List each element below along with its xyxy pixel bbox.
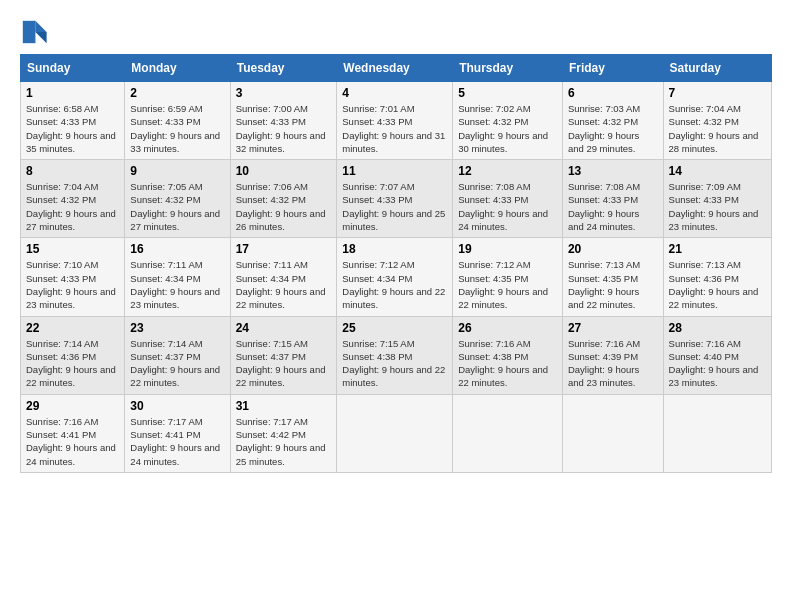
day-number: 25 xyxy=(342,321,447,335)
header-thursday: Thursday xyxy=(453,55,563,82)
day-cell: 2 Sunrise: 6:59 AMSunset: 4:33 PMDayligh… xyxy=(125,82,230,160)
day-number: 19 xyxy=(458,242,557,256)
day-info: Sunrise: 7:03 AMSunset: 4:32 PMDaylight:… xyxy=(568,102,658,155)
day-number: 26 xyxy=(458,321,557,335)
calendar-table: SundayMondayTuesdayWednesdayThursdayFrid… xyxy=(20,54,772,473)
header-friday: Friday xyxy=(562,55,663,82)
day-cell: 18 Sunrise: 7:12 AMSunset: 4:34 PMDaylig… xyxy=(337,238,453,316)
day-number: 15 xyxy=(26,242,119,256)
day-info: Sunrise: 7:07 AMSunset: 4:33 PMDaylight:… xyxy=(342,180,447,233)
day-info: Sunrise: 7:08 AMSunset: 4:33 PMDaylight:… xyxy=(568,180,658,233)
day-info: Sunrise: 7:08 AMSunset: 4:33 PMDaylight:… xyxy=(458,180,557,233)
day-number: 6 xyxy=(568,86,658,100)
day-number: 3 xyxy=(236,86,332,100)
day-info: Sunrise: 7:09 AMSunset: 4:33 PMDaylight:… xyxy=(669,180,766,233)
day-cell: 12 Sunrise: 7:08 AMSunset: 4:33 PMDaylig… xyxy=(453,160,563,238)
day-info: Sunrise: 6:58 AMSunset: 4:33 PMDaylight:… xyxy=(26,102,119,155)
day-info: Sunrise: 7:04 AMSunset: 4:32 PMDaylight:… xyxy=(26,180,119,233)
day-cell: 1 Sunrise: 6:58 AMSunset: 4:33 PMDayligh… xyxy=(21,82,125,160)
day-info: Sunrise: 7:17 AMSunset: 4:41 PMDaylight:… xyxy=(130,415,224,468)
day-cell xyxy=(453,394,563,472)
day-cell: 15 Sunrise: 7:10 AMSunset: 4:33 PMDaylig… xyxy=(21,238,125,316)
day-cell: 5 Sunrise: 7:02 AMSunset: 4:32 PMDayligh… xyxy=(453,82,563,160)
week-row-4: 22 Sunrise: 7:14 AMSunset: 4:36 PMDaylig… xyxy=(21,316,772,394)
day-cell: 8 Sunrise: 7:04 AMSunset: 4:32 PMDayligh… xyxy=(21,160,125,238)
day-number: 10 xyxy=(236,164,332,178)
day-info: Sunrise: 7:16 AMSunset: 4:39 PMDaylight:… xyxy=(568,337,658,390)
day-cell: 25 Sunrise: 7:15 AMSunset: 4:38 PMDaylig… xyxy=(337,316,453,394)
day-info: Sunrise: 7:16 AMSunset: 4:41 PMDaylight:… xyxy=(26,415,119,468)
day-info: Sunrise: 7:06 AMSunset: 4:32 PMDaylight:… xyxy=(236,180,332,233)
day-cell: 7 Sunrise: 7:04 AMSunset: 4:32 PMDayligh… xyxy=(663,82,771,160)
day-cell: 3 Sunrise: 7:00 AMSunset: 4:33 PMDayligh… xyxy=(230,82,337,160)
day-number: 8 xyxy=(26,164,119,178)
day-number: 18 xyxy=(342,242,447,256)
week-row-1: 1 Sunrise: 6:58 AMSunset: 4:33 PMDayligh… xyxy=(21,82,772,160)
day-number: 7 xyxy=(669,86,766,100)
day-number: 11 xyxy=(342,164,447,178)
day-cell: 9 Sunrise: 7:05 AMSunset: 4:32 PMDayligh… xyxy=(125,160,230,238)
day-cell: 23 Sunrise: 7:14 AMSunset: 4:37 PMDaylig… xyxy=(125,316,230,394)
week-row-2: 8 Sunrise: 7:04 AMSunset: 4:32 PMDayligh… xyxy=(21,160,772,238)
day-number: 17 xyxy=(236,242,332,256)
day-number: 22 xyxy=(26,321,119,335)
page: SundayMondayTuesdayWednesdayThursdayFrid… xyxy=(0,0,792,485)
header xyxy=(20,18,772,46)
day-info: Sunrise: 7:02 AMSunset: 4:32 PMDaylight:… xyxy=(458,102,557,155)
day-info: Sunrise: 7:12 AMSunset: 4:35 PMDaylight:… xyxy=(458,258,557,311)
day-info: Sunrise: 7:00 AMSunset: 4:33 PMDaylight:… xyxy=(236,102,332,155)
day-cell: 11 Sunrise: 7:07 AMSunset: 4:33 PMDaylig… xyxy=(337,160,453,238)
day-info: Sunrise: 6:59 AMSunset: 4:33 PMDaylight:… xyxy=(130,102,224,155)
day-number: 5 xyxy=(458,86,557,100)
day-number: 24 xyxy=(236,321,332,335)
calendar-header-row: SundayMondayTuesdayWednesdayThursdayFrid… xyxy=(21,55,772,82)
day-info: Sunrise: 7:12 AMSunset: 4:34 PMDaylight:… xyxy=(342,258,447,311)
day-cell: 14 Sunrise: 7:09 AMSunset: 4:33 PMDaylig… xyxy=(663,160,771,238)
week-row-3: 15 Sunrise: 7:10 AMSunset: 4:33 PMDaylig… xyxy=(21,238,772,316)
day-cell xyxy=(337,394,453,472)
day-number: 4 xyxy=(342,86,447,100)
day-number: 9 xyxy=(130,164,224,178)
day-info: Sunrise: 7:14 AMSunset: 4:37 PMDaylight:… xyxy=(130,337,224,390)
day-info: Sunrise: 7:01 AMSunset: 4:33 PMDaylight:… xyxy=(342,102,447,155)
day-info: Sunrise: 7:14 AMSunset: 4:36 PMDaylight:… xyxy=(26,337,119,390)
day-cell xyxy=(562,394,663,472)
day-cell: 27 Sunrise: 7:16 AMSunset: 4:39 PMDaylig… xyxy=(562,316,663,394)
day-cell: 16 Sunrise: 7:11 AMSunset: 4:34 PMDaylig… xyxy=(125,238,230,316)
day-number: 16 xyxy=(130,242,224,256)
day-info: Sunrise: 7:05 AMSunset: 4:32 PMDaylight:… xyxy=(130,180,224,233)
day-cell: 4 Sunrise: 7:01 AMSunset: 4:33 PMDayligh… xyxy=(337,82,453,160)
day-info: Sunrise: 7:16 AMSunset: 4:38 PMDaylight:… xyxy=(458,337,557,390)
day-number: 21 xyxy=(669,242,766,256)
day-info: Sunrise: 7:15 AMSunset: 4:37 PMDaylight:… xyxy=(236,337,332,390)
svg-rect-2 xyxy=(23,21,36,43)
day-cell xyxy=(663,394,771,472)
header-monday: Monday xyxy=(125,55,230,82)
day-cell: 13 Sunrise: 7:08 AMSunset: 4:33 PMDaylig… xyxy=(562,160,663,238)
svg-marker-0 xyxy=(35,21,46,32)
day-info: Sunrise: 7:11 AMSunset: 4:34 PMDaylight:… xyxy=(130,258,224,311)
day-info: Sunrise: 7:15 AMSunset: 4:38 PMDaylight:… xyxy=(342,337,447,390)
day-cell: 29 Sunrise: 7:16 AMSunset: 4:41 PMDaylig… xyxy=(21,394,125,472)
day-cell: 21 Sunrise: 7:13 AMSunset: 4:36 PMDaylig… xyxy=(663,238,771,316)
day-number: 28 xyxy=(669,321,766,335)
day-cell: 17 Sunrise: 7:11 AMSunset: 4:34 PMDaylig… xyxy=(230,238,337,316)
day-cell: 10 Sunrise: 7:06 AMSunset: 4:32 PMDaylig… xyxy=(230,160,337,238)
logo-icon xyxy=(20,18,48,46)
day-number: 12 xyxy=(458,164,557,178)
day-number: 1 xyxy=(26,86,119,100)
day-info: Sunrise: 7:10 AMSunset: 4:33 PMDaylight:… xyxy=(26,258,119,311)
day-cell: 6 Sunrise: 7:03 AMSunset: 4:32 PMDayligh… xyxy=(562,82,663,160)
day-number: 30 xyxy=(130,399,224,413)
day-info: Sunrise: 7:13 AMSunset: 4:36 PMDaylight:… xyxy=(669,258,766,311)
day-cell: 24 Sunrise: 7:15 AMSunset: 4:37 PMDaylig… xyxy=(230,316,337,394)
day-cell: 30 Sunrise: 7:17 AMSunset: 4:41 PMDaylig… xyxy=(125,394,230,472)
day-cell: 20 Sunrise: 7:13 AMSunset: 4:35 PMDaylig… xyxy=(562,238,663,316)
day-info: Sunrise: 7:04 AMSunset: 4:32 PMDaylight:… xyxy=(669,102,766,155)
day-info: Sunrise: 7:17 AMSunset: 4:42 PMDaylight:… xyxy=(236,415,332,468)
header-sunday: Sunday xyxy=(21,55,125,82)
day-number: 14 xyxy=(669,164,766,178)
week-row-5: 29 Sunrise: 7:16 AMSunset: 4:41 PMDaylig… xyxy=(21,394,772,472)
svg-marker-1 xyxy=(35,32,46,43)
day-cell: 31 Sunrise: 7:17 AMSunset: 4:42 PMDaylig… xyxy=(230,394,337,472)
